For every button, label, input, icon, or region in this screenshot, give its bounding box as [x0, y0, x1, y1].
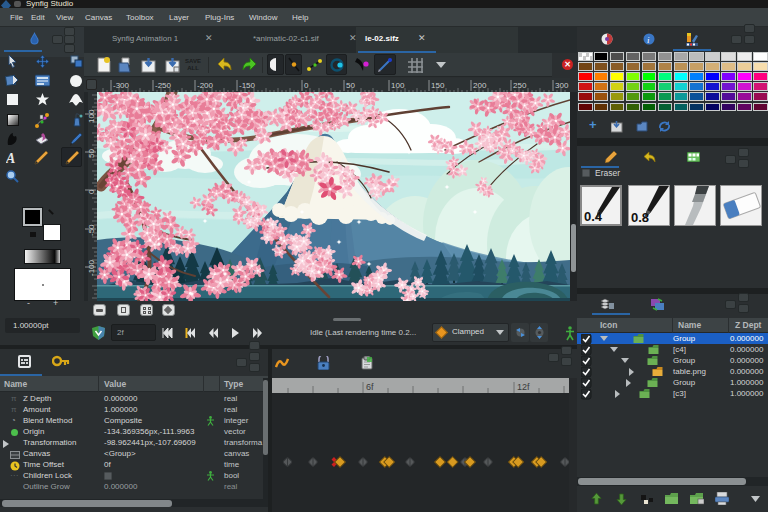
svg-text:-50: -50 [87, 224, 96, 236]
svg-text:6f: 6f [366, 382, 374, 392]
svg-text:12f: 12f [517, 382, 530, 392]
svg-text:0: 0 [304, 81, 309, 90]
svg-text:-300: -300 [113, 81, 130, 90]
svg-text:-150: -150 [239, 81, 256, 90]
svg-text:0.4: 0.4 [584, 209, 603, 224]
svg-text:-200: -200 [197, 81, 214, 90]
svg-text:A: A [6, 151, 15, 165]
svg-text:0.8: 0.8 [631, 210, 649, 225]
svg-text:50: 50 [346, 81, 355, 90]
svg-text:200: 200 [473, 81, 487, 90]
svg-text:0: 0 [87, 189, 96, 194]
svg-text:150: 150 [431, 81, 445, 90]
svg-text:100: 100 [391, 81, 405, 90]
svg-text:-250: -250 [155, 81, 172, 90]
svg-text:-100: -100 [87, 259, 96, 276]
svg-text:50: 50 [87, 149, 96, 158]
svg-text:250: 250 [513, 81, 527, 90]
svg-text:100: 100 [87, 109, 96, 123]
svg-text:300: 300 [555, 81, 569, 90]
